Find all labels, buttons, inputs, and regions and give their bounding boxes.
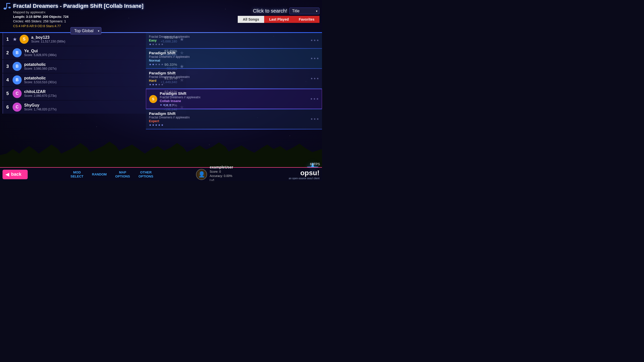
song-item-diff: Normal: [149, 59, 308, 62]
song-list-item[interactable]: Paradigm Shift Fractal Dreamers // apple…: [146, 49, 322, 68]
random-btn[interactable]: RANDOM: [88, 171, 111, 177]
open-source-text: an open-source ossu! client: [289, 177, 319, 180]
rank-number: 2: [5, 50, 10, 56]
search-bar-area: Click to search! Title Artist Creator Ta…: [253, 8, 319, 14]
click-to-search[interactable]: Click to search!: [253, 8, 287, 14]
song-star-right-icon: ★: [316, 117, 319, 121]
back-button[interactable]: ◀ back: [3, 170, 28, 179]
song-star-icon: ★: [158, 123, 160, 127]
song-star-icon: ★: [161, 123, 164, 127]
song-star-right-icon: ★: [313, 57, 316, 60]
song-stars: ★★★★★: [149, 83, 308, 86]
song-star-icon: ★: [149, 123, 151, 127]
user-score: Score: 0: [210, 170, 250, 174]
song-stars-right: ★★★: [310, 39, 319, 42]
song-star-right-icon: ★: [313, 77, 316, 80]
song-star-right-icon: ★: [310, 39, 313, 42]
player-score: Score: 3,510,510 (301x): [24, 80, 158, 84]
song-item-info: Paradigm Shift Fractal Dreamers // apple…: [149, 51, 308, 66]
song-item-title: Paradigm Shift: [149, 51, 308, 55]
song-list: Fractal Dreamers // appleeatrx Easy ★★★★…: [146, 33, 322, 129]
rank-number: 6: [5, 105, 10, 110]
grade-badge: B: [13, 48, 22, 57]
player-name: ShyGuy: [24, 103, 161, 108]
bottom-bar: ◀ back MOD SELECTRANDOMMAP OPTIONSOTHER …: [0, 167, 322, 181]
cs-line: CS:4 HP:6 AR:9 OD:8 Stars:4.77: [13, 24, 319, 28]
grade-badge: C: [13, 103, 22, 112]
song-star-right-icon: ★: [310, 97, 313, 101]
song-star-right-icon: ★: [316, 97, 319, 101]
player-score: Score: 1,748,020 (177x): [24, 108, 161, 111]
song-star-right-icon: ★: [313, 117, 316, 121]
rank-number: 3: [5, 64, 10, 69]
song-item-diff: Expert: [149, 119, 308, 123]
song-item-artist: Fractal Dreamers // appleeatrx: [149, 55, 308, 59]
map-options-btn[interactable]: MAP OPTIONS: [111, 169, 134, 179]
user-accuracy: Accuracy: 0.00%: [210, 174, 250, 178]
opsu-logo: opsu! an open-source ossu! client: [289, 169, 319, 180]
title-select-wrapper[interactable]: Title Artist Creator Tags: [289, 8, 319, 14]
rank-number: 4: [5, 77, 10, 83]
song-star-right-icon: ★: [316, 39, 319, 42]
favorites-button[interactable]: Favorites: [294, 16, 319, 23]
song-item-info: Paradigm Shift Fractal Dreamers // apple…: [149, 111, 308, 127]
rank-number: 1: [5, 37, 10, 42]
top-global-select[interactable]: Top Global Top Local: [70, 27, 101, 34]
song-stars-right: ★★★: [310, 77, 319, 80]
mod-select-btn[interactable]: MOD SELECT: [66, 169, 87, 179]
song-stars: ★★★★★: [160, 103, 308, 107]
song-list-item[interactable]: Fractal Dreamers // appleeatrx Easy ★★★★…: [146, 33, 322, 48]
song-item-artist: Fractal Dreamers // appleeatrx: [149, 35, 308, 38]
song-star-icon: ★: [152, 63, 154, 66]
user-info: exampleUser Score: 0 Accuracy: 0.00% Lv1: [210, 164, 250, 181]
other-options-btn[interactable]: OTHER OPTIONS: [135, 169, 157, 179]
title-select[interactable]: Title Artist Creator Tags: [289, 8, 319, 14]
song-stars-right: ★★★: [310, 97, 319, 101]
song-star-icon: ★: [149, 43, 151, 46]
song-star-icon: ★: [158, 63, 160, 66]
song-star-icon: ★: [155, 43, 157, 46]
song-item-title: Paradigm Shift: [160, 91, 308, 96]
song-star-icon: ★: [155, 83, 157, 86]
music-icon: [3, 2, 11, 10]
song-star-icon: ★: [158, 83, 160, 86]
song-star-icon: ★: [169, 103, 171, 107]
player-name: potatoholic: [24, 62, 162, 67]
back-label: back: [11, 172, 21, 177]
svg-point-0: [4, 8, 7, 10]
song-list-item[interactable]: Paradigm Shift Fractal Dreamers // apple…: [146, 109, 322, 129]
song-star-icon: ★: [149, 83, 151, 86]
top-global-wrapper[interactable]: Top Global Top Local: [70, 27, 101, 34]
song-star-icon: ★: [161, 63, 164, 66]
song-star-icon: ★: [149, 63, 151, 66]
song-star-icon: ★: [161, 43, 164, 46]
song-stars: ★★★★★: [149, 123, 308, 127]
player-info: potatoholic Score: 3,560,560 (327x): [24, 62, 162, 70]
user-avatar[interactable]: 👤: [196, 169, 207, 180]
player-name: chitoLIZAR: [24, 89, 161, 94]
last-played-button[interactable]: Last Played: [264, 16, 294, 23]
bottom-buttons: MOD SELECTRANDOMMAP OPTIONSOTHER OPTIONS: [66, 169, 157, 179]
user-section: 👤 exampleUser Score: 0 Accuracy: 0.00% L…: [196, 164, 250, 181]
user-level: Lv1: [210, 178, 250, 181]
song-item-info: Paradigm Shift Fractal Dreamers // apple…: [160, 91, 308, 107]
player-name: Ye_Qui: [24, 49, 158, 53]
song-list-item[interactable]: S Paradigm Shift Fractal Dreamers // app…: [146, 89, 322, 109]
song-star-right-icon: ★: [316, 77, 319, 80]
player-score: Score: 3,560,560 (327x): [24, 67, 162, 70]
all-songs-button[interactable]: All Songs: [238, 16, 264, 23]
song-item-diff: Collab Insane: [160, 99, 308, 103]
song-star-icon: ★: [152, 43, 154, 46]
song-star-icon: ★: [155, 63, 157, 66]
song-star-icon: ★: [161, 83, 164, 86]
song-star-icon: ★: [152, 83, 154, 86]
dropdown-area: Top Global Top Local: [70, 27, 101, 34]
avatar-icon: 👤: [198, 171, 205, 178]
grade-badge: C: [13, 89, 22, 98]
song-item-artist: Fractal Dreamers // appleeatrx: [149, 75, 308, 79]
song-stars-right: ★★★: [310, 117, 319, 121]
song-list-item[interactable]: Paradigm Shift Fractal Dreamers // apple…: [146, 69, 322, 88]
song-star-icon: ★: [160, 103, 162, 107]
song-item-artist: Fractal Dreamers // appleeatrx: [160, 96, 308, 99]
star-left-icon: ★: [13, 36, 17, 42]
